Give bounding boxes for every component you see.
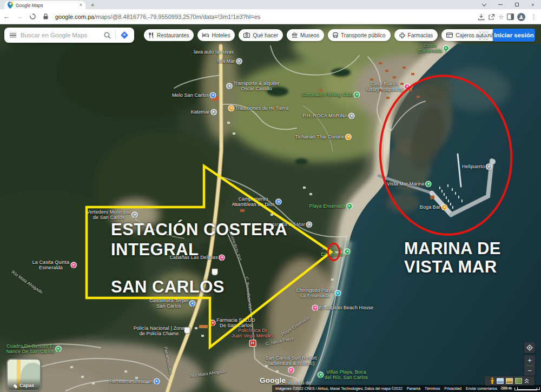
green-pin-icon[interactable] [347, 204, 352, 209]
label-el-capitan-beach-house[interactable]: El Capitan Beach House [313, 305, 373, 310]
green-pin-icon[interactable] [56, 347, 61, 351]
pink-pin-icon[interactable] [313, 305, 318, 310]
zoom-out-button[interactable]: − [524, 366, 535, 376]
label-coronado-fishing-club[interactable]: Coronado Fishing Club [302, 92, 359, 97]
label-lava-auto-las-uvas[interactable]: lava auto las uvas [194, 49, 234, 55]
label-chiringuito[interactable]: Chiringuito PlayaLa Ensenada [296, 288, 340, 299]
chip-farmacias[interactable]: Farmacias [394, 29, 438, 41]
pink-pin-icon[interactable] [220, 255, 225, 260]
download-icon[interactable] [478, 14, 485, 21]
label-policia-nacional[interactable]: Policía Nacional | Zonade Policía Chame [134, 325, 185, 337]
tab-search-icon[interactable] [476, 0, 492, 9]
label-casa-blanca[interactable]: Casa Blancaluxury hospitality [366, 81, 410, 92]
imagery-thumbnail-3[interactable] [515, 378, 522, 384]
label-helipuerto[interactable]: Helipuerto [462, 164, 491, 169]
label-vertedero-municipal[interactable]: Vertedero Municipalde San Carlos [87, 209, 137, 221]
green-pin-icon[interactable] [354, 92, 359, 97]
green-pin-icon[interactable] [426, 182, 431, 187]
label-costa-esmeralda[interactable]: CostaEsmeralda [418, 43, 448, 54]
side-panel-icon[interactable] [507, 14, 514, 20]
label-tradiciones-de-mi-tierra[interactable]: Tradiciones de mi Tierra [229, 105, 289, 111]
share-icon[interactable] [488, 14, 495, 21]
profile-avatar[interactable] [517, 13, 525, 21]
label-gasolinera-terpel[interactable]: Gasolinera TerpelSan Carlos [149, 298, 195, 309]
label-san-carlos-surf-resort[interactable]: San Carlos Surf Resort(adventure & holis… [266, 355, 317, 373]
lock-icon[interactable] [39, 11, 52, 23]
label-tichanan-thai-cuisine[interactable]: Tichanan Thai Cuisine [295, 134, 351, 139]
label-ferreteria-christian[interactable]: Ferretería Christian [109, 378, 159, 384]
url-bar[interactable]: google.com.pa/maps/@8.4816776,-79.955099… [55, 14, 260, 20]
hospital-pin-icon[interactable]: H [249, 340, 255, 346]
menu-icon[interactable] [10, 33, 16, 37]
link-panama[interactable]: Panamá [407, 387, 420, 390]
label-katemar[interactable]: Katemar [191, 109, 216, 115]
label-vista-mar-marina[interactable]: Vista Mar Marina [387, 181, 431, 187]
blue-pin-icon[interactable] [210, 93, 215, 98]
minimize-button[interactable] [492, 0, 509, 9]
imagery-thumbnail-1[interactable] [497, 378, 504, 384]
satellite-map[interactable]: lava auto las uvasIsla MarTransporte & a… [0, 24, 541, 392]
restore-button[interactable] [509, 0, 525, 9]
grey-pin-icon[interactable] [211, 110, 216, 115]
label-farmacia-salud[interactable]: Farmacia SALUDDe San Carlos [210, 317, 255, 329]
label-cuadro-beisbol[interactable]: Cuadro De Beisbol ElNance De San Carlos [6, 343, 61, 355]
browser-menu-icon[interactable]: ⋮ [529, 14, 539, 21]
label-transporte-alquiler-oscar-castillo[interactable]: Transporte & alquilerOscar Castillo [227, 81, 279, 92]
my-location-button[interactable] [524, 342, 535, 353]
reload-button[interactable] [26, 11, 39, 23]
green-pin-icon[interactable] [318, 373, 323, 377]
grey-pin-icon[interactable] [349, 114, 354, 118]
search-icon[interactable] [104, 32, 111, 39]
label-campamento-asambleas[interactable]: CampamentoAsambleas de Dios [232, 196, 281, 208]
pink-pin-icon[interactable] [71, 263, 76, 268]
bookmark-star-icon[interactable]: ☆ [498, 14, 504, 21]
back-button[interactable]: ← [0, 11, 13, 23]
tab-close-icon[interactable]: × [80, 3, 82, 8]
forward-button[interactable]: → [13, 11, 26, 23]
directions-icon[interactable] [120, 31, 129, 39]
grey-pin-icon[interactable] [227, 84, 232, 89]
chip-que-hacer[interactable]: Qué hacer [239, 29, 283, 41]
orange-pin-icon[interactable] [346, 135, 351, 139]
blue-pin-icon[interactable] [154, 379, 159, 384]
label-playa-la-ensenada[interactable]: Playa LaEnsenada [321, 246, 349, 257]
grey-pin-icon[interactable] [307, 222, 312, 227]
grey-pin-icon[interactable] [486, 164, 491, 169]
chip-museos[interactable]: Museos [287, 29, 324, 41]
orange-pin-icon[interactable] [442, 205, 447, 210]
label-cabanas-las-delicias[interactable]: Cabañas Las Delicias [169, 255, 224, 260]
link-terminos[interactable]: Términos [425, 387, 440, 390]
chip-restaurantes[interactable]: Restaurantes [144, 29, 194, 41]
sign-in-button[interactable]: Iniciar sesión [493, 29, 535, 42]
red-pin-icon[interactable] [210, 321, 215, 325]
google-apps-icon[interactable] [479, 30, 489, 39]
blue-pin-icon[interactable] [276, 200, 281, 204]
close-window-button[interactable]: × [525, 0, 541, 9]
orange-pin-icon[interactable] [229, 106, 234, 111]
collapse-chevron-icon[interactable] [524, 378, 529, 384]
green-pin-icon[interactable] [444, 46, 448, 51]
grey-pin-icon[interactable] [133, 212, 137, 217]
layers-button[interactable]: Capas [6, 358, 41, 391]
imagery-thumbnail-2[interactable] [506, 378, 513, 384]
new-tab-button[interactable]: + [91, 2, 94, 8]
pink-pin-icon[interactable] [289, 368, 294, 373]
link-enviar-comentarios[interactable]: Enviar comentarios [466, 387, 497, 390]
green-pin-icon[interactable] [345, 249, 350, 254]
label-fontanella-del-mar[interactable]: Fontanella del Mar [264, 222, 312, 227]
zoom-in-button[interactable]: + [524, 355, 535, 366]
chip-hoteles[interactable]: Hoteles [197, 29, 235, 41]
label-villas-playa-boca[interactable]: Villas Playa, Bocadel Río, San Carlos [318, 369, 368, 381]
label-melo-san-carlos[interactable]: Melo San Carlos [172, 92, 215, 98]
maps-search-box[interactable] [4, 28, 134, 43]
label-boga-bar[interactable]: Boga Bar [420, 204, 447, 210]
label-isla-mar[interactable]: Isla Mar [217, 58, 242, 64]
label-la-casita-quinta[interactable]: La Casita QuintaEsmeralda [32, 260, 76, 271]
search-input[interactable] [21, 32, 100, 38]
pink-pin-icon[interactable] [405, 84, 410, 89]
pegman-icon[interactable] [490, 377, 494, 384]
label-ph-roca-marina[interactable]: P.H. ROCA MARINA [302, 113, 354, 118]
link-privacidad[interactable]: Privacidad [444, 387, 461, 390]
grey-pin-icon[interactable] [236, 59, 241, 64]
fuel-pin-icon[interactable] [190, 301, 195, 306]
